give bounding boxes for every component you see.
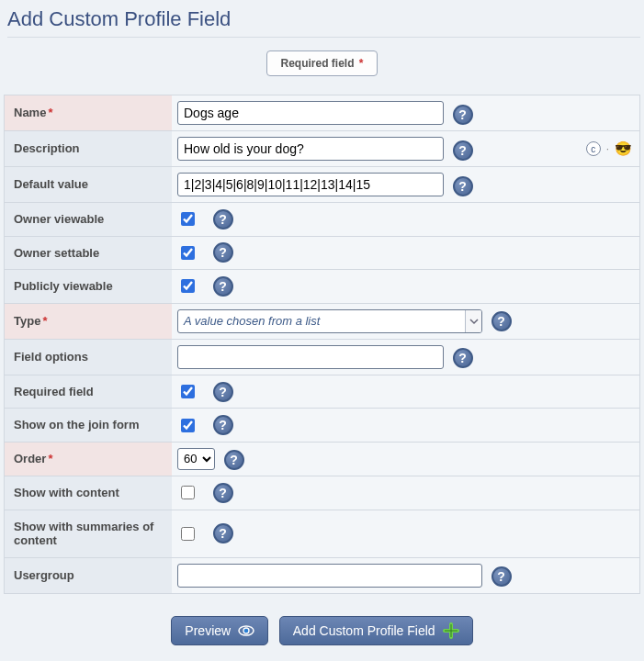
help-icon[interactable]: ? <box>453 176 473 196</box>
type-select-value: A value chosen from a list <box>178 310 465 332</box>
description-extra-icons: c · 😎 <box>586 140 632 157</box>
name-input[interactable] <box>177 101 444 125</box>
owner-settable-checkbox[interactable] <box>181 246 195 260</box>
field-options-input[interactable] <box>177 345 444 369</box>
label-field-options: Field options <box>5 339 172 375</box>
help-icon[interactable]: ? <box>491 311 512 331</box>
help-icon[interactable]: ? <box>213 415 233 435</box>
help-icon[interactable]: ? <box>453 348 473 368</box>
eye-icon <box>238 622 254 639</box>
help-icon[interactable]: ? <box>213 483 233 503</box>
label-default-value: Default value <box>5 166 172 202</box>
svg-point-1 <box>243 628 249 633</box>
submit-button[interactable]: Add Custom Profile Field <box>279 616 473 645</box>
label-usergroup: Usergroup <box>5 557 172 593</box>
emoticon-icon[interactable]: 😎 <box>615 140 632 157</box>
label-show-with-summaries: Show with summaries of content <box>5 510 172 557</box>
help-icon[interactable]: ? <box>453 140 473 161</box>
label-owner-viewable: Owner viewable <box>5 202 172 236</box>
submit-button-label: Add Custom Profile Field <box>293 623 435 638</box>
label-required-field: Required field <box>5 375 172 409</box>
label-name: Name* <box>5 95 172 130</box>
help-icon[interactable]: ? <box>224 450 244 470</box>
required-banner: Required field * <box>4 50 640 76</box>
help-icon[interactable]: ? <box>213 242 233 263</box>
owner-viewable-checkbox[interactable] <box>181 212 195 226</box>
required-field-checkbox[interactable] <box>181 385 195 398</box>
order-select[interactable]: 60 <box>177 448 215 470</box>
label-owner-settable: Owner settable <box>5 236 172 270</box>
chevron-down-icon <box>465 310 481 332</box>
language-icon[interactable]: c <box>586 141 601 156</box>
label-description: Description <box>5 130 172 166</box>
label-order: Order* <box>5 442 172 476</box>
required-banner-text: Required field <box>280 57 354 70</box>
help-icon[interactable]: ? <box>453 105 473 125</box>
required-asterisk: * <box>359 57 364 70</box>
description-input[interactable] <box>177 137 444 161</box>
plus-icon <box>443 622 459 639</box>
label-show-on-join: Show on the join form <box>5 408 172 442</box>
publicly-viewable-checkbox[interactable] <box>181 279 195 293</box>
dot-separator: · <box>606 142 609 155</box>
type-select[interactable]: A value chosen from a list <box>177 309 482 333</box>
usergroup-input[interactable] <box>177 564 482 588</box>
help-icon[interactable]: ? <box>491 566 512 587</box>
preview-button-label: Preview <box>185 623 231 638</box>
help-icon[interactable]: ? <box>213 382 233 402</box>
default-value-input[interactable] <box>177 173 444 196</box>
label-show-with-content: Show with content <box>5 476 172 510</box>
show-on-join-checkbox[interactable] <box>181 419 195 432</box>
page-title: Add Custom Profile Field <box>7 7 640 38</box>
preview-button[interactable]: Preview <box>171 616 268 645</box>
show-with-summaries-checkbox[interactable] <box>181 527 195 541</box>
label-type: Type* <box>5 303 172 339</box>
help-icon[interactable]: ? <box>213 523 233 543</box>
help-icon[interactable]: ? <box>213 276 233 297</box>
label-publicly-viewable: Publicly viewable <box>5 269 172 303</box>
show-with-content-checkbox[interactable] <box>181 486 195 499</box>
help-icon[interactable]: ? <box>213 209 233 230</box>
form-table: Name* ? Description ? c · 😎 Default valu <box>4 95 640 594</box>
